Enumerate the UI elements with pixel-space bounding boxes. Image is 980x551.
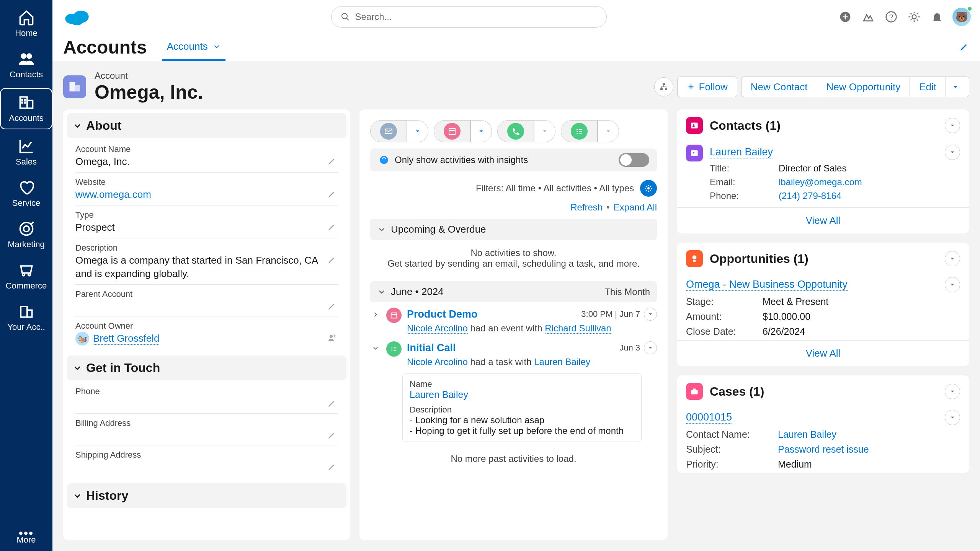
help-button[interactable]: ? [884,9,899,24]
task-button[interactable] [561,120,598,142]
setup-button[interactable] [906,9,922,24]
insights-toggle[interactable] [619,153,649,167]
activity-menu[interactable] [644,308,657,321]
activity-menu[interactable] [644,341,657,354]
nav-more[interactable]: ••• More [0,525,52,551]
email-button[interactable] [370,120,407,142]
activity-actor[interactable]: Nicole Arcolino [407,357,468,367]
activity-target[interactable]: Lauren Bailey [534,357,590,367]
user-avatar[interactable]: 🐻 [952,8,971,26]
owner-link[interactable]: Brett Grossfeld [93,333,159,345]
caret-down-icon [949,281,956,288]
nav-home[interactable]: Home [0,3,52,44]
edit-button[interactable]: Edit [910,77,946,97]
call-menu[interactable] [534,120,555,142]
svg-point-32 [647,187,650,189]
shipping-label: Shipping Address [75,450,338,460]
contacts-viewall[interactable]: View All [677,207,969,233]
expand-all-link[interactable]: Expand All [614,202,657,213]
activity-actor[interactable]: Nicole Arcolino [407,323,468,334]
hierarchy-button[interactable] [654,77,673,96]
case-priority-label: Priority: [686,459,778,470]
description-label: Description [75,243,338,253]
contacts-menu[interactable] [945,118,960,133]
contact-phone-value[interactable]: (214) 279-8164 [779,191,960,201]
filter-settings-button[interactable] [640,180,657,197]
history-header[interactable]: History [67,483,346,508]
case-priority-value: Medium [778,459,960,470]
event-button[interactable] [434,120,470,142]
opportunities-viewall[interactable]: View All [677,340,969,366]
edit-account-name[interactable] [326,155,338,167]
salesforce-logo[interactable] [62,6,92,28]
nav-youracc[interactable]: Your Acc.. [0,297,52,338]
new-opportunity-button[interactable]: New Opportunity [817,77,910,97]
call-button[interactable] [497,120,534,142]
notifications-button[interactable] [929,9,945,24]
tab-accounts[interactable]: Accounts [162,34,225,61]
record-name: Omega, Inc. [95,81,203,103]
task-menu[interactable] [598,120,619,142]
nav-commerce[interactable]: Commerce [0,256,52,297]
activity-title[interactable]: Initial Call [407,342,619,354]
cases-title[interactable]: Cases (1) [710,385,945,399]
edit-website[interactable] [326,188,338,200]
activity-target[interactable]: Richard Sullivan [545,323,611,334]
bell-icon [931,11,943,23]
contacts-title[interactable]: Contacts (1) [710,119,945,133]
event-menu[interactable] [470,120,492,142]
expand-toggle[interactable] [370,341,381,352]
website-value[interactable]: www.omega.com [75,188,326,201]
edit-phone[interactable] [326,397,338,409]
nav-accounts[interactable]: Accounts [0,88,52,129]
activity-toolbar [359,109,668,148]
nav-sales[interactable]: Sales [0,132,52,173]
timeline-item: Initial Call Jun 3 Nicole Arcolino had a… [370,336,657,370]
follow-button[interactable]: Follow [677,77,737,97]
activity-title[interactable]: Product Demo [407,308,581,320]
edit-shipping[interactable] [326,461,338,473]
edit-page-button[interactable] [959,42,969,53]
svg-rect-12 [27,310,32,317]
plus-icon [687,83,695,91]
phone-label: Phone [75,386,338,396]
edit-description[interactable] [326,254,338,266]
edit-parent[interactable] [326,300,338,312]
case-item-menu[interactable] [945,410,960,425]
refresh-link[interactable]: Refresh [570,202,603,213]
nav-service[interactable]: Service [0,173,52,214]
opportunity-item-menu[interactable] [945,277,960,292]
einstein-icon [378,154,390,166]
case-number[interactable]: 00001015 [686,411,732,424]
history-title: History [86,489,128,503]
nav-contacts[interactable]: Contacts [0,44,52,86]
nav-marketing[interactable]: Marketing [0,214,52,256]
contact-email-value[interactable]: lbailey@omega.com [779,177,960,187]
contact-name[interactable]: Lauren Bailey [710,146,773,158]
opportunities-title[interactable]: Opportunities (1) [710,252,945,266]
email-menu[interactable] [407,120,428,142]
global-search[interactable]: Search... [331,6,607,28]
get-in-touch-header[interactable]: Get in Touch [67,355,346,380]
add-button[interactable] [838,9,853,24]
trailhead-button[interactable] [861,9,876,24]
about-section-header[interactable]: About [67,113,346,138]
opportunity-name[interactable]: Omega - New Business Oppotunity [686,279,848,291]
month-header[interactable]: June • 2024 This Month [370,281,657,302]
expand-toggle[interactable] [370,308,381,318]
contact-item-menu[interactable] [945,145,960,160]
case-subject-value[interactable]: Password reset issue [778,444,960,455]
edit-billing[interactable] [326,429,338,441]
cases-menu[interactable] [945,384,960,399]
edit-type[interactable] [326,221,338,233]
more-actions-button[interactable] [946,77,969,97]
detail-name-value[interactable]: Lauren Bailey [410,389,634,400]
service-icon [18,179,35,196]
change-owner[interactable] [326,332,338,344]
opportunities-menu[interactable] [945,251,960,266]
contact-item-icon [686,145,703,161]
opportunities-card: Opportunities (1) Omega - New Business O… [677,243,969,366]
new-contact-button[interactable]: New Contact [741,77,817,97]
case-contact-value[interactable]: Lauren Bailey [778,429,960,440]
upcoming-header[interactable]: Upcoming & Overdue [370,219,657,240]
